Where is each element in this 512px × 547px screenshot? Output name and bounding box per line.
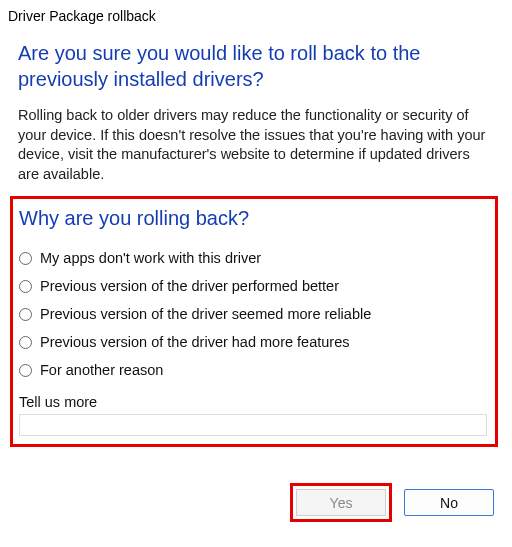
option-apps-dont-work[interactable]: My apps don't work with this driver <box>19 244 487 272</box>
radio-performed-better[interactable] <box>19 280 32 293</box>
survey-heading: Why are you rolling back? <box>19 207 487 230</box>
radio-more-features[interactable] <box>19 336 32 349</box>
option-more-reliable[interactable]: Previous version of the driver seemed mo… <box>19 300 487 328</box>
option-another-reason[interactable]: For another reason <box>19 356 487 384</box>
tell-us-input[interactable] <box>19 414 487 436</box>
no-button[interactable]: No <box>404 489 494 516</box>
radio-another-reason[interactable] <box>19 364 32 377</box>
yes-button[interactable]: Yes <box>296 489 386 516</box>
radio-apps-dont-work[interactable] <box>19 252 32 265</box>
window-title: Driver Package rollback <box>0 0 512 28</box>
option-label: Previous version of the driver seemed mo… <box>40 306 371 322</box>
dialog-buttons: Yes No <box>0 459 512 534</box>
option-more-features[interactable]: Previous version of the driver had more … <box>19 328 487 356</box>
option-label: Previous version of the driver had more … <box>40 334 349 350</box>
option-label: For another reason <box>40 362 163 378</box>
radio-more-reliable[interactable] <box>19 308 32 321</box>
tell-us-label: Tell us more <box>19 394 487 410</box>
confirm-heading: Are you sure you would like to roll back… <box>18 40 494 92</box>
option-performed-better[interactable]: Previous version of the driver performed… <box>19 272 487 300</box>
highlight-yes-button: Yes <box>290 483 392 522</box>
survey-options: My apps don't work with this driver Prev… <box>19 244 487 384</box>
highlight-survey-box: Why are you rolling back? My apps don't … <box>10 196 498 447</box>
dialog-content: Are you sure you would like to roll back… <box>0 28 512 459</box>
info-text: Rolling back to older drivers may reduce… <box>18 106 494 184</box>
option-label: My apps don't work with this driver <box>40 250 261 266</box>
option-label: Previous version of the driver performed… <box>40 278 339 294</box>
